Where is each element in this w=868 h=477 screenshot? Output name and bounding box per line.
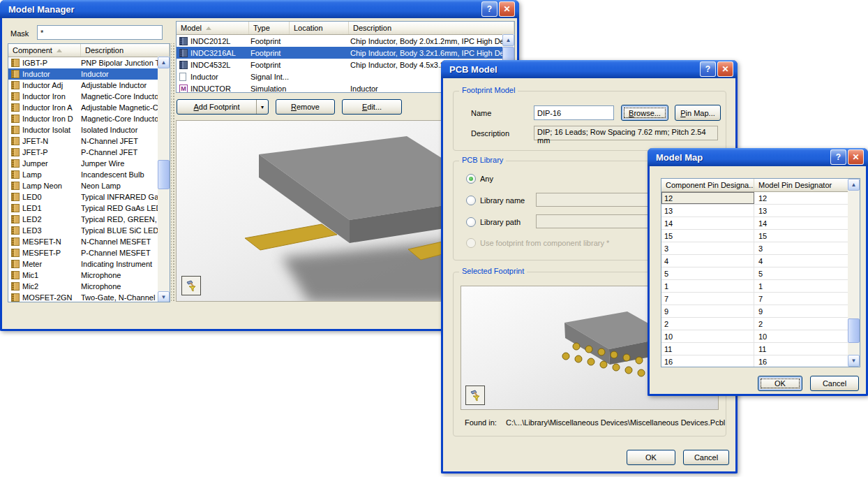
component-row[interactable]: LED0 Typical INFRARED Ga [8,191,158,203]
component-row[interactable]: JFET-N N-Channel JFET [8,135,158,147]
chevron-down-icon[interactable]: ▾ [256,100,268,114]
component-row[interactable]: MESFET-N N-Channel MESFET [8,236,158,247]
cancel-button[interactable]: Cancel [810,376,859,391]
component-pin-designator[interactable]: 13 [661,205,754,217]
component-row[interactable]: Mic1 Microphone [8,270,158,281]
component-row[interactable]: JFET-P P-Channel JFET [8,147,158,158]
footprint-name-input[interactable] [534,105,614,120]
type-column-header[interactable]: Type [249,22,290,34]
component-pin-designator[interactable]: 2 [661,318,754,330]
scrollbar-thumb[interactable] [158,160,170,189]
help-icon[interactable]: ? [481,1,497,17]
component-row[interactable]: LED1 Typical RED GaAs LED [8,203,158,214]
pin-map-row[interactable]: 10 10 [661,330,849,343]
pin-map-button[interactable]: Pin Map... [675,105,721,121]
component-row[interactable]: Inductor Iron Magnetic-Core Inducto [8,91,158,102]
preview-tools-button[interactable] [181,276,201,295]
description-column-header[interactable]: Description [81,44,170,57]
model-pin-designator[interactable]: 3 [754,244,849,254]
pin-map-row[interactable]: 16 16 [661,355,849,367]
add-footprint-button[interactable]: Add Footprint ▾ [177,99,269,115]
model-pin-designator[interactable]: 9 [754,307,849,316]
model-pin-column-header[interactable]: Model Pin Designator [754,179,860,191]
model-column-header[interactable]: Model [177,22,249,34]
model-pin-designator[interactable]: 4 [754,256,849,266]
scroll-down-icon[interactable]: ▼ [848,355,860,367]
model-pin-designator[interactable]: 10 [754,332,849,342]
model-pin-designator[interactable]: 15 [754,231,849,241]
component-row[interactable]: Jumper Jumper Wire [8,158,158,169]
component-pin-designator[interactable]: 14 [661,217,754,229]
component-pin-designator[interactable]: 9 [661,305,754,317]
scroll-up-icon[interactable]: ▲ [848,179,860,191]
scroll-up-icon[interactable]: ▲ [158,57,170,68]
radio-library-name[interactable] [466,196,476,205]
help-icon[interactable]: ? [700,61,716,77]
component-row[interactable]: MOSFET-2GN Two-Gate, N-Channel N [8,292,158,302]
model-pin-designator[interactable]: 1 [754,281,849,291]
help-icon[interactable]: ? [830,149,846,165]
close-icon[interactable]: ✕ [499,1,515,17]
pin-map-row[interactable]: 13 13 [661,205,849,217]
pin-map-row[interactable]: 5 5 [661,267,849,280]
radio-library-path[interactable] [466,217,476,227]
component-pin-column-header[interactable]: Component Pin Designa... [661,179,754,191]
radio-any[interactable] [466,174,476,184]
cancel-button[interactable]: Cancel [683,450,729,465]
model-pin-designator[interactable]: 14 [754,219,849,228]
model-pin-designator[interactable]: 2 [754,319,849,329]
pin-map-row[interactable]: 14 14 [661,217,849,230]
close-icon[interactable]: ✕ [848,149,864,165]
pin-map-row[interactable]: 11 11 [661,343,849,355]
browse-button[interactable]: Browse... [621,105,668,121]
preview-tools-button[interactable] [465,386,485,405]
model-pin-designator[interactable]: 7 [754,294,849,304]
pin-map-row[interactable]: 9 9 [661,305,849,318]
location-column-header[interactable]: Location [290,22,349,34]
component-column-header[interactable]: Component [8,44,81,57]
scroll-up-icon[interactable]: ▲ [502,34,514,46]
scroll-down-icon[interactable]: ▼ [158,291,170,302]
component-row[interactable]: Lamp Incandescent Bulb [8,169,158,180]
ok-button[interactable]: OK [758,376,802,391]
component-pin-designator[interactable]: 7 [661,293,754,304]
component-row[interactable]: MESFET-P P-Channel MESFET [8,247,158,258]
pin-map-row[interactable]: 3 3 [661,242,849,255]
component-row[interactable]: Inductor Adj Adjustable Inductor [8,80,158,91]
pin-map-row[interactable]: 12 12 [661,192,849,205]
pcb-model-titlebar[interactable]: PCB Model ? ✕ [441,60,738,78]
description-column-header[interactable]: Description [349,22,514,34]
pin-map-row[interactable]: 4 4 [661,255,849,267]
component-list-scrollbar[interactable]: ▲ ▼ [158,57,170,302]
model-pin-designator[interactable]: 11 [754,344,849,354]
component-row[interactable]: Inductor Iron A Adjustable Magnetic-Co [8,102,158,113]
edit-button[interactable]: Edit... [342,99,402,115]
model-pin-designator[interactable]: 13 [754,206,849,216]
model-map-titlebar[interactable]: Model Map ? ✕ [648,148,868,166]
remove-button[interactable]: Remove [276,99,335,115]
component-pin-designator[interactable]: 16 [661,355,754,367]
component-row[interactable]: Inductor Iron D Magnetic-Core Inducto [8,113,158,124]
component-pin-designator[interactable]: 5 [661,267,754,279]
pin-map-scrollbar[interactable]: ▲ ▼ [848,179,860,367]
component-row[interactable]: IGBT-P PNP Bipolar Junction T [8,57,158,68]
ok-button[interactable]: OK [627,450,675,465]
pane-splitter[interactable] [171,43,175,302]
model-pin-designator[interactable]: 16 [754,357,849,367]
component-row[interactable]: Mic2 Microphone [8,281,158,292]
component-pin-designator[interactable]: 12 [661,192,754,204]
model-row[interactable]: INDC2012L Footprint Chip Inductor, Body … [177,35,504,47]
model-pin-designator[interactable]: 5 [754,269,849,279]
component-row[interactable]: Lamp Neon Neon Lamp [8,180,158,191]
component-pin-designator[interactable]: 3 [661,242,754,254]
model-row[interactable]: INDC3216AL Footprint Chip Inductor, Body… [177,47,504,59]
component-pin-designator[interactable]: 4 [661,255,754,267]
mask-input[interactable] [37,25,163,40]
component-row[interactable]: Meter Indicating Instrument [8,258,158,270]
pin-map-row[interactable]: 1 1 [661,280,849,293]
component-row[interactable]: Inductor Inductor [8,68,158,80]
model-manager-titlebar[interactable]: Model Manager ? ✕ [0,0,519,18]
pin-map-row[interactable]: 15 15 [661,230,849,242]
component-pin-designator[interactable]: 1 [661,280,754,292]
component-pin-designator[interactable]: 10 [661,330,754,342]
